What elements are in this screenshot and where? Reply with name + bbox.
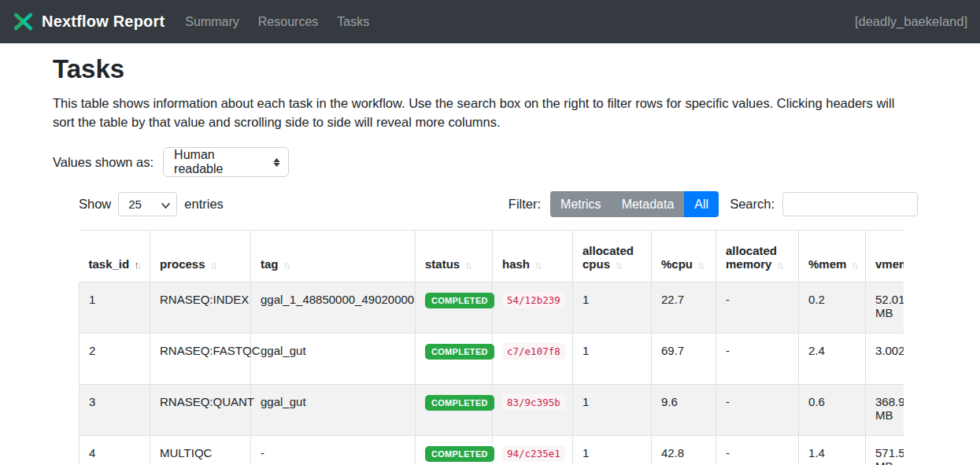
column-label: %mem xyxy=(808,257,846,271)
select-updown-caret-icon xyxy=(273,158,280,167)
cell-pcpu: 42.8 xyxy=(652,436,716,465)
sort-arrows-icon: ↑↓ xyxy=(851,259,859,271)
cell-allocated_memory: - xyxy=(716,334,799,385)
cell-hash: 94/c235e1 xyxy=(493,436,573,465)
status-badge: COMPLETED xyxy=(425,395,494,411)
column-label: status xyxy=(425,257,460,271)
task-hash: c7/e107f8 xyxy=(502,343,565,360)
nav-item-resources[interactable]: Resources xyxy=(258,15,318,29)
column-header-process[interactable]: process↑↓ xyxy=(150,231,251,282)
brand-title: Nextflow Report xyxy=(42,13,165,31)
status-badge: COMPLETED xyxy=(425,344,494,360)
filter-button-metrics[interactable]: Metrics xyxy=(550,191,612,217)
sort-arrows-icon: ↑↓ xyxy=(776,259,784,271)
cell-vmem: 3.002 xyxy=(866,334,904,385)
datatable-area: Show 25 entries Filter: Metrics Metadata… xyxy=(53,191,927,465)
cell-task_id: 2 xyxy=(80,334,150,385)
cell-process: RNASEQ:FASTQC xyxy=(150,334,251,385)
cell-task_id: 1 xyxy=(80,282,150,334)
filter-button-all[interactable]: All xyxy=(684,191,719,217)
table-row: 2RNASEQ:FASTQCggal_gutCOMPLETEDc7/e107f8… xyxy=(80,334,904,385)
column-label: vmem xyxy=(875,257,904,271)
cell-pcpu: 9.6 xyxy=(652,385,716,436)
column-header-hash[interactable]: hash↑↓ xyxy=(493,231,573,282)
column-label: task_id xyxy=(89,257,130,271)
filter-group: Filter: Metrics Metadata All xyxy=(508,191,719,217)
column-label: hash xyxy=(502,257,530,271)
run-name: [deadly_baekeland] xyxy=(855,14,967,29)
status-badge: COMPLETED xyxy=(425,446,494,462)
cell-pmem: 2.4 xyxy=(799,334,866,385)
nav-item-summary[interactable]: Summary xyxy=(185,15,239,29)
nav-item-tasks[interactable]: Tasks xyxy=(337,15,369,29)
cell-process: RNASEQ:QUANT xyxy=(150,385,251,436)
show-label: Show xyxy=(79,197,111,212)
page-title: Tasks xyxy=(53,54,927,84)
select-chevron-down-icon xyxy=(161,197,170,211)
column-header-tag[interactable]: tag↑↓ xyxy=(251,231,416,282)
tasks-table-viewport[interactable]: task_id↑↓process↑↓tag↑↓status↑↓hash↑↓all… xyxy=(79,230,904,465)
filter-button-metadata[interactable]: Metadata xyxy=(612,191,685,217)
page-description: This table shows information about each … xyxy=(53,94,919,131)
cell-tag: - xyxy=(251,436,416,465)
cell-pmem: 0.2 xyxy=(799,282,866,334)
cell-process: MULTIQC xyxy=(150,436,251,465)
search-input[interactable] xyxy=(782,192,918,216)
column-header-allocated-cpus[interactable]: allocated cpus↑↓ xyxy=(573,231,652,282)
nextflow-logo-icon xyxy=(13,11,34,32)
column-header--mem[interactable]: %mem↑↓ xyxy=(799,231,866,282)
cell-tag: ggal_1_48850000_49020000 xyxy=(251,282,416,334)
sort-arrows-icon: ↑↓ xyxy=(697,259,705,271)
column-label: %cpu xyxy=(661,257,693,271)
search-group: Search: xyxy=(730,192,918,216)
cell-status: COMPLETED xyxy=(416,334,493,385)
cell-allocated_memory: - xyxy=(716,385,799,436)
sort-arrows-icon: ↑↓ xyxy=(283,259,291,271)
cell-status: COMPLETED xyxy=(416,282,493,334)
cell-tag: ggal_gut xyxy=(251,385,416,436)
search-label: Search: xyxy=(730,197,775,212)
column-label: tag xyxy=(261,257,279,271)
table-row: 1RNASEQ:INDEXggal_1_48850000_49020000COM… xyxy=(80,282,904,334)
tasks-table: task_id↑↓process↑↓tag↑↓status↑↓hash↑↓all… xyxy=(79,230,904,465)
cell-allocated_cpus: 1 xyxy=(573,436,652,465)
task-hash: 54/12b239 xyxy=(502,292,565,308)
cell-hash: 83/9c395b xyxy=(493,385,573,436)
table-header-row: task_id↑↓process↑↓tag↑↓status↑↓hash↑↓all… xyxy=(80,231,904,282)
task-hash: 83/9c395b xyxy=(502,394,565,411)
cell-hash: 54/12b239 xyxy=(493,282,573,334)
sort-arrows-icon: ↑↓ xyxy=(464,259,472,271)
cell-vmem: 368.95 MB xyxy=(866,385,904,436)
cell-status: COMPLETED xyxy=(416,436,493,465)
cell-vmem: 52.016 MB xyxy=(866,282,904,334)
tasks-page: Tasks This table shows information about… xyxy=(0,43,980,465)
table-row: 4MULTIQC-COMPLETED94/c235e1142.8-1.4571.… xyxy=(80,436,904,465)
cell-allocated_memory: - xyxy=(716,436,799,465)
column-header--cpu[interactable]: %cpu↑↓ xyxy=(652,231,716,282)
cell-process: RNASEQ:INDEX xyxy=(150,282,251,334)
column-label: allocated cpus xyxy=(582,244,634,271)
cell-allocated_cpus: 1 xyxy=(573,385,652,436)
sort-arrows-icon: ↑↓ xyxy=(534,259,542,271)
status-badge: COMPLETED xyxy=(425,293,494,308)
column-label: allocated memory xyxy=(726,244,777,271)
sort-arrows-icon: ↑↓ xyxy=(210,259,218,271)
cell-pcpu: 69.7 xyxy=(652,334,716,385)
page-length-select[interactable]: 25 xyxy=(118,192,177,216)
entries-label: entries xyxy=(184,197,224,212)
column-header-task_id[interactable]: task_id↑↓ xyxy=(80,231,150,282)
column-header-status[interactable]: status↑↓ xyxy=(416,231,493,282)
sort-arrows-icon: ↑↓ xyxy=(134,259,142,271)
table-row: 3RNASEQ:QUANTggal_gutCOMPLETED83/9c395b1… xyxy=(80,385,904,436)
column-header-allocated-memory[interactable]: allocated memory↑↓ xyxy=(716,231,799,282)
sort-arrows-icon: ↑↓ xyxy=(615,259,623,271)
cell-pcpu: 22.7 xyxy=(652,282,716,334)
column-header-vmem[interactable]: vmem↑↓ xyxy=(866,231,904,282)
datatable-controls: Show 25 entries Filter: Metrics Metadata… xyxy=(79,191,918,217)
page-length-group: Show 25 entries xyxy=(79,192,224,216)
cell-tag: ggal_gut xyxy=(251,334,416,385)
cell-status: COMPLETED xyxy=(416,385,493,436)
navbar-brand[interactable]: Nextflow Report xyxy=(13,11,165,32)
values-format-select[interactable]: Human readable xyxy=(163,147,289,177)
filter-button-group: Metrics Metadata All xyxy=(550,191,719,217)
